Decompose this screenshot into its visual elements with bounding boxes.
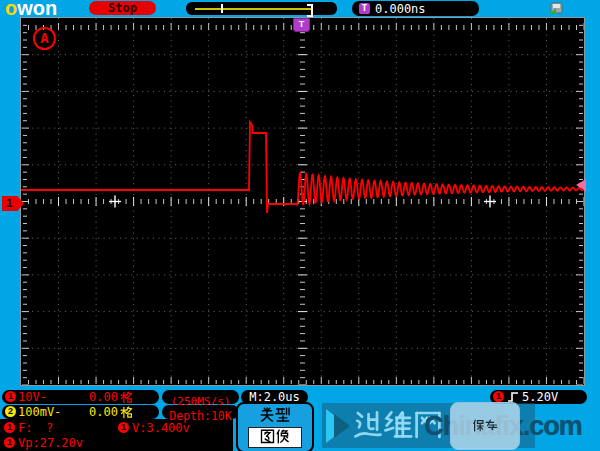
ch2-badge: 2 — [5, 406, 16, 417]
ch1-scale: 10V- — [18, 390, 47, 404]
save-button[interactable] — [450, 402, 520, 450]
freq-label: F: — [18, 422, 32, 435]
menu-title[interactable] — [259, 407, 291, 425]
meas-volt-ch-badge: 1 — [118, 422, 129, 433]
trigger-position-marker[interactable] — [221, 4, 223, 13]
trigger-offset-value: 0.000ns — [375, 2, 426, 16]
watermark-chevron-icon — [324, 408, 354, 444]
menu-item-image-label — [260, 428, 290, 446]
ch2-status-pill: 2 100mV- 0.00 — [2, 405, 159, 419]
trigger-level-value: 5.20V — [522, 390, 558, 404]
scope-display: A T — [20, 17, 585, 386]
ch2-offset-unit — [120, 405, 133, 420]
volt-measurement: V:3.400v — [132, 422, 190, 435]
save-to-usb-icon[interactable] — [548, 2, 563, 15]
ch2-scale: 100mV- — [18, 405, 61, 419]
save-button-label — [472, 403, 498, 449]
ch1-offset: 0.00 — [78, 390, 118, 404]
freq-value: ? — [46, 422, 53, 435]
trigger-position-bar[interactable] — [186, 2, 337, 15]
trigger-source-badge: 1 — [493, 391, 504, 402]
depth-pill: Depth:10K — [162, 405, 239, 419]
menu-item-image[interactable] — [248, 427, 302, 448]
ch1-waveform-trace — [21, 18, 584, 385]
meas-freq-ch-badge: 1 — [4, 422, 15, 433]
window-end-bracket-icon — [307, 4, 313, 17]
vpp-measurement: Vp:27.20v — [18, 437, 83, 450]
ch2-offset: 0.00 — [78, 405, 118, 419]
owon-logo-o: o — [5, 0, 17, 19]
record-span-line — [195, 8, 311, 10]
ch1-badge: 1 — [5, 391, 16, 402]
sample-rate-pill: (250MS/s) — [162, 390, 239, 404]
trigger-offset-readout: T 0.000ns — [352, 1, 479, 16]
run-stop-button[interactable]: Stop — [89, 1, 156, 15]
auto-trigger-badge: A — [33, 27, 56, 50]
trigger-t-icon: T — [359, 3, 370, 14]
ch1-offset-unit — [120, 390, 133, 405]
menu-panel — [236, 402, 314, 451]
trigger-horizontal-marker[interactable]: T — [293, 18, 310, 32]
ch1-status-pill: 1 10V- 0.00 — [2, 390, 159, 404]
meas-vpp-ch-badge: 1 — [4, 437, 15, 448]
